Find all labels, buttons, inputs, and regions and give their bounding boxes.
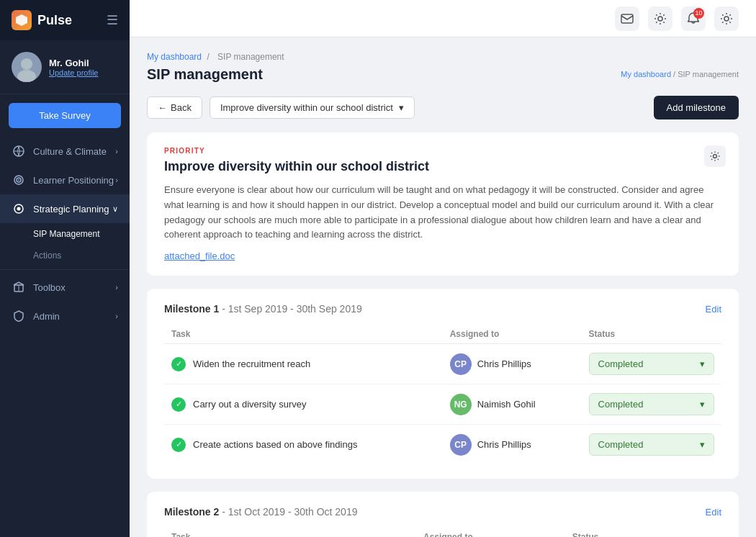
task-label: Widen the recruitment reach	[193, 358, 310, 369]
dropdown-arrow-icon: ▾	[700, 439, 705, 450]
status-dropdown[interactable]: Completed ▾	[589, 433, 714, 456]
milestone-1-dates: - 1st Sep 2019 - 30th Sep 2019	[222, 303, 362, 315]
status-value: Completed	[598, 358, 644, 369]
priority-label: PRIORITY	[164, 147, 721, 155]
milestone-2-edit-button[interactable]: Edit	[706, 507, 721, 518]
status-value: Completed	[598, 439, 644, 450]
status-dropdown[interactable]: Completed ▾	[589, 353, 714, 375]
settings-icon-button[interactable]	[648, 6, 672, 31]
priority-title: Improve diversity within our school dist…	[164, 159, 721, 174]
sidebar-item-actions[interactable]: Actions	[0, 245, 130, 266]
back-arrow-icon: ←	[158, 102, 167, 113]
table-row: ✓ Create actions based on above findings…	[164, 425, 721, 465]
sidebar-item-label: Culture & Climate	[33, 146, 107, 157]
svg-point-1	[21, 58, 32, 70]
sidebar-item-sip-management[interactable]: SIP Management	[0, 223, 130, 245]
col-assigned: Assigned to	[416, 528, 565, 537]
col-task: Task	[164, 325, 443, 344]
take-survey-button[interactable]: Take Survey	[9, 103, 121, 128]
topbar: 10	[130, 0, 756, 37]
svg-rect-12	[621, 14, 633, 23]
task-cell: ✓ Create actions based on above findings	[171, 438, 436, 452]
milestone-1-edit-button[interactable]: Edit	[706, 304, 721, 315]
task-label: Create actions based on above findings	[193, 439, 357, 450]
col-status: Status	[582, 325, 721, 344]
sidebar-item-strategic-planning[interactable]: Strategic Planning ∨	[0, 194, 130, 223]
milestone-2-dates: - 1st Oct 2019 - 30th Oct 2019	[222, 506, 357, 518]
task-complete-icon: ✓	[171, 357, 186, 371]
svg-point-13	[658, 17, 662, 21]
milestone-1-task-table: Task Assigned to Status ✓ Widen the recr…	[164, 325, 721, 464]
svg-point-7	[18, 179, 19, 181]
milestone-1-title: Milestone 1 - 1st Sep 2019 - 30th Sep 20…	[164, 303, 362, 315]
chevron-right-icon: ›	[115, 312, 118, 320]
sidebar-nav: Culture & Climate › Learner Positioning …	[0, 137, 130, 330]
assignee-avatar: CP	[450, 434, 472, 456]
notifications-icon-button[interactable]: 10	[681, 6, 706, 31]
assignee-name: Chris Phillips	[477, 358, 531, 369]
assignee-name: Chris Phillips	[477, 439, 531, 450]
sidebar-item-label: Toolbox	[33, 282, 66, 293]
svg-point-2	[17, 70, 36, 82]
controls-row: ← Back Improve diversity within our scho…	[147, 96, 739, 119]
svg-point-14	[724, 17, 729, 21]
task-cell: ✓ Carry out a diversity survey	[171, 397, 436, 412]
priority-description: Ensure everyone is clear about how our c…	[164, 183, 721, 243]
add-milestone-button[interactable]: Add milestone	[654, 96, 739, 119]
content-area: My dashboard / SIP management SIP manage…	[130, 37, 756, 537]
breadcrumb-home[interactable]: My dashboard	[147, 52, 202, 62]
email-icon-button[interactable]	[615, 6, 639, 31]
attached-file-link[interactable]: attached_file.doc	[164, 251, 235, 261]
user-name: Mr. Gohil	[49, 58, 99, 68]
app-name: Pulse	[37, 13, 72, 28]
box-icon	[12, 280, 26, 294]
svg-point-9	[17, 207, 21, 211]
breadcrumb-home-inline[interactable]: My dashboard	[621, 70, 671, 78]
status-dropdown[interactable]: Completed ▾	[589, 393, 714, 415]
svg-marker-0	[16, 14, 27, 26]
circle-dot-icon	[12, 202, 26, 216]
sidebar-item-toolbox[interactable]: Toolbox ›	[0, 273, 130, 302]
back-button[interactable]: ← Back	[147, 96, 202, 119]
priority-selector-value: Improve diversity within our school dist…	[220, 102, 393, 113]
col-task: Task	[164, 528, 416, 537]
breadcrumb-separator: /	[207, 52, 209, 62]
milestone-2-task-table: Task Assigned to Status Establish our pe…	[164, 528, 721, 537]
assignee-name: Naimish Gohil	[477, 399, 536, 410]
task-complete-icon: ✓	[171, 397, 186, 412]
breadcrumb-inline: My dashboard / SIP management	[621, 70, 739, 78]
hamburger-icon[interactable]: ☰	[107, 12, 118, 28]
table-row: ✓ Widen the recruitment reach CP Chris P…	[164, 344, 721, 384]
priority-settings-button[interactable]	[704, 145, 726, 167]
shield-icon	[12, 309, 26, 323]
breadcrumb: My dashboard / SIP management	[147, 52, 739, 62]
svg-point-15	[714, 155, 717, 158]
table-row: ✓ Carry out a diversity survey NG Naimis…	[164, 384, 721, 425]
milestone-2-header: Milestone 2 - 1st Oct 2019 - 30th Oct 20…	[164, 506, 721, 518]
sidebar-item-label: Learner Positioning	[33, 175, 114, 186]
sidebar-item-admin[interactable]: Admin ›	[0, 302, 130, 330]
update-profile-link[interactable]: Update profile	[49, 68, 99, 77]
chevron-right-icon: ›	[115, 147, 118, 155]
task-label: Carry out a diversity survey	[193, 399, 307, 410]
priority-selector[interactable]: Improve diversity within our school dist…	[210, 96, 415, 119]
priority-card: PRIORITY Improve diversity within our sc…	[147, 132, 739, 276]
sidebar-sub-item-label: Actions	[33, 251, 61, 261]
sidebar-item-label: Strategic Planning	[33, 204, 109, 215]
chevron-right-icon: ›	[115, 176, 118, 184]
user-settings-icon-button[interactable]	[714, 6, 739, 31]
milestone-2-section: Milestone 2 - 1st Oct 2019 - 30th Oct 20…	[147, 492, 739, 537]
app-logo-icon	[12, 10, 32, 30]
sidebar-item-culture-climate[interactable]: Culture & Climate ›	[0, 137, 130, 166]
back-label: Back	[171, 102, 192, 113]
breadcrumb-current: SIP management	[217, 52, 284, 62]
assignee-avatar: NG	[450, 394, 472, 415]
chevron-down-icon: ∨	[112, 204, 118, 214]
target-icon	[12, 173, 26, 187]
globe-icon	[12, 144, 26, 158]
milestone-2-title: Milestone 2 - 1st Oct 2019 - 30th Oct 20…	[164, 506, 357, 518]
sidebar-sub-item-label: SIP Management	[33, 229, 100, 239]
user-section: Mr. Gohil Update profile	[0, 40, 130, 94]
col-status: Status	[565, 528, 721, 537]
sidebar-item-learner-positioning[interactable]: Learner Positioning ›	[0, 166, 130, 194]
